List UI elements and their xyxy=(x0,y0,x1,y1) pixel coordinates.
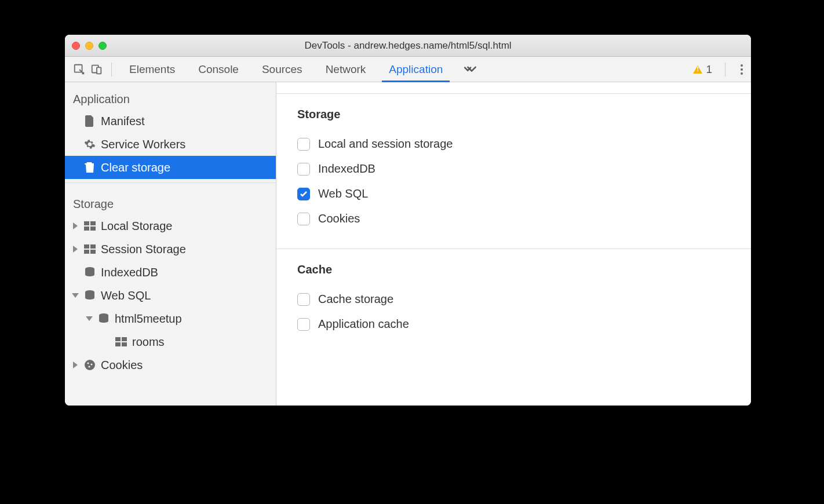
section-title-cache: Cache xyxy=(294,263,734,276)
clear-storage-panel: Storage Local and session storage Indexe… xyxy=(276,82,751,406)
sidebar-item-cookies[interactable]: Cookies xyxy=(65,353,276,377)
table-icon xyxy=(83,243,96,255)
panel-tabs: Elements Console Sources Network Applica… xyxy=(118,57,486,82)
svg-rect-9 xyxy=(84,250,89,254)
database-icon xyxy=(97,312,110,325)
checkbox-label: Application cache xyxy=(318,317,409,331)
toolbar-divider xyxy=(725,63,725,76)
checkbox[interactable] xyxy=(297,293,310,306)
svg-point-18 xyxy=(85,360,95,370)
section-title-storage: Storage xyxy=(294,108,734,121)
fullscreen-window-button[interactable] xyxy=(99,42,107,50)
close-window-button[interactable] xyxy=(72,42,80,50)
table-icon xyxy=(83,220,96,232)
sidebar-item-indexeddb[interactable]: IndexedDB xyxy=(65,261,276,284)
tab-elements[interactable]: Elements xyxy=(118,57,187,82)
checkbox-row-local-session[interactable]: Local and session storage xyxy=(294,132,734,156)
disclosure-triangle-icon[interactable] xyxy=(73,222,78,229)
settings-menu-button[interactable] xyxy=(738,62,745,77)
svg-rect-5 xyxy=(84,227,89,231)
svg-point-21 xyxy=(89,366,90,368)
cache-section: Cache Cache storage Application cache xyxy=(276,249,751,354)
database-icon xyxy=(83,289,96,302)
svg-rect-14 xyxy=(115,337,121,341)
checkbox-label: Local and session storage xyxy=(318,137,453,151)
checkbox-row-cache-storage[interactable]: Cache storage xyxy=(294,287,734,312)
sidebar-item-label: rooms xyxy=(132,335,165,349)
file-icon xyxy=(83,115,96,127)
checkbox-row-cookies[interactable]: Cookies xyxy=(294,206,734,231)
sidebar-item-label: Manifest xyxy=(101,115,145,128)
panel-body: Application Manifest Service Workers Cle… xyxy=(65,82,751,406)
inspect-element-icon[interactable] xyxy=(71,61,88,78)
warning-count: 1 xyxy=(706,63,712,76)
svg-rect-10 xyxy=(90,250,96,254)
svg-rect-4 xyxy=(90,221,96,225)
disclosure-triangle-icon[interactable] xyxy=(73,246,78,253)
sidebar-item-label: html5meetup xyxy=(115,312,182,326)
minimize-window-button[interactable] xyxy=(85,42,93,50)
checkbox-row-indexeddb[interactable]: IndexedDB xyxy=(294,156,734,181)
checkbox[interactable] xyxy=(297,188,310,200)
svg-rect-2 xyxy=(97,67,101,74)
sidebar-item-clear-storage[interactable]: Clear storage xyxy=(65,156,276,179)
sidebar-item-label: Local Storage xyxy=(101,220,172,233)
gear-icon xyxy=(83,138,96,151)
sidebar-item-label: Cookies xyxy=(101,359,143,372)
tab-console[interactable]: Console xyxy=(187,57,250,82)
checkbox-label: Cookies xyxy=(318,212,360,225)
sidebar-section-storage: Storage xyxy=(65,193,276,214)
svg-rect-7 xyxy=(84,244,89,249)
window-title: DevTools - andrew.hedges.name/html5/sql.… xyxy=(65,40,751,52)
disclosure-triangle-icon[interactable] xyxy=(73,361,78,368)
tab-application[interactable]: Application xyxy=(377,57,454,82)
disclosure-triangle-icon[interactable] xyxy=(86,316,93,321)
table-icon xyxy=(115,335,127,348)
sidebar-item-session-storage[interactable]: Session Storage xyxy=(65,238,276,261)
toolbar-divider xyxy=(111,63,112,76)
checkbox-row-application-cache[interactable]: Application cache xyxy=(294,312,734,337)
tab-sources[interactable]: Sources xyxy=(250,57,314,82)
devtools-toolbar: Elements Console Sources Network Applica… xyxy=(65,57,751,82)
cookie-icon xyxy=(83,359,96,371)
sidebar-item-local-storage[interactable]: Local Storage xyxy=(65,214,276,238)
checkbox[interactable] xyxy=(297,138,310,151)
checkbox[interactable] xyxy=(297,318,310,331)
device-toolbar-icon[interactable] xyxy=(88,61,105,78)
sidebar-item-websql-database[interactable]: html5meetup xyxy=(65,307,276,330)
svg-point-19 xyxy=(87,363,89,364)
svg-rect-16 xyxy=(115,342,121,346)
sidebar-item-websql-table[interactable]: rooms xyxy=(65,330,276,353)
window-controls xyxy=(72,42,107,50)
application-sidebar: Application Manifest Service Workers Cle… xyxy=(65,82,276,406)
checkbox[interactable] xyxy=(297,163,310,176)
tab-network[interactable]: Network xyxy=(314,57,378,82)
database-icon xyxy=(83,266,96,279)
titlebar: DevTools - andrew.hedges.name/html5/sql.… xyxy=(65,35,751,57)
checkbox-label: Web SQL xyxy=(318,187,368,200)
warnings-indicator[interactable]: 1 xyxy=(693,63,712,76)
checkbox-label: IndexedDB xyxy=(318,162,375,176)
sidebar-item-service-workers[interactable]: Service Workers xyxy=(65,133,276,156)
trash-icon xyxy=(83,161,96,174)
svg-rect-15 xyxy=(122,337,127,341)
svg-rect-17 xyxy=(122,342,127,346)
disclosure-triangle-icon[interactable] xyxy=(72,293,79,298)
checkbox[interactable] xyxy=(297,213,310,225)
more-tabs-button[interactable] xyxy=(454,57,486,82)
storage-section: Storage Local and session storage Indexe… xyxy=(276,94,751,249)
sidebar-item-label: Web SQL xyxy=(101,289,151,302)
sidebar-item-label: Clear storage xyxy=(101,161,170,174)
sidebar-section-application: Application xyxy=(65,88,276,109)
warning-icon xyxy=(693,65,702,74)
sidebar-item-label: Session Storage xyxy=(101,243,186,256)
svg-point-20 xyxy=(91,364,93,366)
sidebar-item-websql[interactable]: Web SQL xyxy=(65,284,276,307)
sidebar-item-label: Service Workers xyxy=(101,138,185,151)
devtools-window: DevTools - andrew.hedges.name/html5/sql.… xyxy=(65,35,751,406)
sidebar-item-manifest[interactable]: Manifest xyxy=(65,109,276,133)
svg-rect-8 xyxy=(90,244,96,249)
checkbox-row-websql[interactable]: Web SQL xyxy=(294,181,734,206)
svg-rect-3 xyxy=(84,221,89,225)
svg-rect-6 xyxy=(90,227,96,231)
